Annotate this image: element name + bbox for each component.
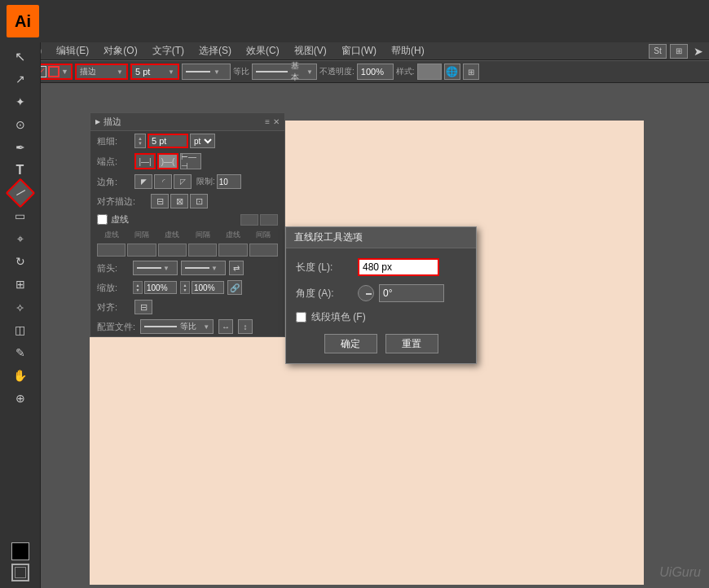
rotate-tool[interactable]: ↻ — [10, 251, 31, 272]
dashed-row: 虚线 — [90, 211, 284, 228]
angle-input[interactable] — [379, 284, 444, 302]
profile-flip-x[interactable]: ↔ — [218, 319, 233, 334]
angle-label: 角度 (A): — [296, 287, 353, 301]
profile-flip-y[interactable]: ↕ — [238, 319, 253, 334]
panel-menu-icon[interactable]: ≡ — [265, 117, 270, 126]
gap-2[interactable] — [188, 244, 217, 257]
cap-round[interactable]: )—( — [157, 153, 178, 169]
dialog-body: 长度 (L): 角度 (A): 线段填色 (F) 确定 重置 — [286, 248, 476, 363]
ratio-label: 等比 — [233, 66, 249, 77]
align2-icon[interactable]: ⊟ — [134, 300, 152, 314]
scale-x-input[interactable] — [144, 281, 177, 294]
style-color-box[interactable] — [417, 64, 442, 80]
weight-unit[interactable]: pt — [190, 134, 215, 148]
eyedropper-tool[interactable]: ✎ — [10, 342, 31, 363]
dash-inputs: 虚线 间隔 虚线 间隔 虚线 间隔 — [90, 228, 284, 242]
corner-bevel[interactable]: ◸ — [174, 174, 192, 189]
dashed-checkbox[interactable] — [97, 214, 108, 225]
align-outside[interactable]: ⊡ — [190, 194, 208, 208]
weight-row: 粗细: ▲ ▼ pt — [90, 131, 284, 151]
rectangle-tool[interactable]: ▭ — [10, 205, 31, 226]
length-input[interactable] — [358, 258, 439, 276]
arrange-icon[interactable]: ⊞ — [463, 64, 479, 80]
weight-spinner[interactable]: ▲ ▼ — [134, 134, 146, 148]
corner-round[interactable]: ◜ — [154, 174, 172, 189]
globe-icon[interactable]: 🌐 — [444, 64, 460, 80]
angle-row: 角度 (A): — [296, 284, 466, 302]
dash-1[interactable] — [97, 244, 126, 257]
align-row: 对齐描边: ⊟ ⊠ ⊡ — [90, 191, 284, 211]
scale-link[interactable]: 🔗 — [227, 280, 242, 295]
collapse-icon: ▶ — [95, 118, 100, 125]
line-segment-dialog: 直线段工具选项 长度 (L): 角度 (A): 线段填色 (F) 确定 重 — [285, 226, 477, 364]
reset-button[interactable]: 重置 — [385, 334, 438, 353]
fill-color[interactable] — [11, 542, 29, 560]
selection-tool[interactable]: ↖ — [10, 46, 31, 67]
dashed-label: 虚线 — [111, 213, 129, 226]
scale-x-spinner[interactable]: ▲▼ — [133, 281, 143, 294]
menu-effect[interactable]: 效果(C) — [240, 42, 286, 59]
profile-dropdown[interactable]: 等比 ▼ — [140, 319, 214, 334]
scale-y-spinner[interactable]: ▲▼ — [180, 281, 190, 294]
magic-wand-tool[interactable]: ✦ — [10, 91, 31, 112]
menu-window[interactable]: 窗口(W) — [335, 42, 383, 59]
angle-dial[interactable] — [358, 285, 374, 301]
stroke-color[interactable] — [11, 564, 29, 581]
gap-3[interactable] — [249, 244, 278, 257]
stroke-panel-title: 描边 — [103, 116, 121, 128]
corner-miter[interactable]: ◤ — [134, 174, 152, 189]
menu-edit[interactable]: 编辑(E) — [50, 42, 95, 59]
pen-tool[interactable]: ✒ — [10, 137, 31, 158]
fill-label: 线段填色 (F) — [311, 310, 366, 324]
blend-tool[interactable]: ⟡ — [10, 296, 31, 318]
fill-checkbox[interactable] — [296, 312, 306, 323]
arrow-start[interactable]: ▼ — [133, 261, 178, 275]
brush-tool[interactable]: ⌖ — [10, 228, 31, 249]
panel-close-icon[interactable]: ✕ — [273, 117, 280, 126]
toolbar-icon-3[interactable]: ➤ — [691, 44, 706, 59]
gradient-tool[interactable]: ◫ — [10, 319, 31, 340]
direct-selection-tool[interactable]: ↗ — [10, 68, 31, 90]
arrow-row: 箭头: ▼ ▼ ⇄ — [90, 258, 284, 278]
scale-y-input[interactable] — [192, 281, 224, 294]
cap-square[interactable]: ⊢—⊣ — [180, 153, 201, 169]
stroke-style-dropdown[interactable]: 描边 ▼ — [75, 64, 128, 80]
stroke-width-input[interactable]: 5 pt ▼ — [130, 64, 179, 80]
limit-input[interactable] — [217, 174, 241, 189]
stroke-panel-header[interactable]: ▶ 描边 ≡ ✕ — [90, 113, 284, 131]
ok-button[interactable]: 确定 — [324, 334, 377, 353]
dialog-title-text: 直线段工具选项 — [294, 230, 363, 244]
scale-row: 缩放: ▲▼ ▲▼ 🔗 — [90, 278, 284, 297]
gap-1[interactable] — [127, 244, 156, 257]
cap-row: 端点: |—| )—( ⊢—⊣ — [90, 151, 284, 172]
arrow-swap[interactable]: ⇄ — [229, 261, 244, 275]
dialog-title-bar[interactable]: 直线段工具选项 — [286, 227, 476, 248]
align-center[interactable]: ⊟ — [151, 194, 169, 208]
arrow-end[interactable]: ▼ — [181, 261, 226, 275]
opacity-input[interactable]: 100% — [357, 64, 394, 80]
line-tool[interactable]: / — [5, 178, 35, 208]
toolbar-icon-2[interactable]: ⊞ — [670, 44, 688, 59]
menu-help[interactable]: 帮助(H) — [385, 42, 431, 59]
menu-select[interactable]: 选择(S) — [192, 42, 238, 59]
scale-tool[interactable]: ⊞ — [10, 274, 31, 295]
opacity-label: 不透明度: — [319, 66, 354, 77]
dash-style-1 — [240, 214, 258, 226]
cap-butt[interactable]: |—| — [134, 153, 156, 169]
limit-label: 限制: — [196, 176, 215, 187]
title-bar: Ai — [0, 0, 709, 42]
toolbar-icon-1[interactable]: St — [649, 44, 667, 59]
line-style-dropdown[interactable]: ▼ — [182, 64, 231, 80]
weight-input[interactable] — [148, 134, 188, 148]
length-label: 长度 (L): — [296, 261, 353, 274]
lasso-tool[interactable]: ⊙ — [10, 114, 31, 135]
align-inside[interactable]: ⊠ — [170, 194, 188, 208]
dash-2[interactable] — [158, 244, 187, 257]
hand-tool[interactable]: ✋ — [10, 365, 31, 386]
base-dropdown[interactable]: 基本 ▼ — [252, 64, 317, 80]
dash-3[interactable] — [218, 244, 247, 257]
menu-type[interactable]: 文字(T) — [146, 42, 191, 59]
menu-object[interactable]: 对象(O) — [97, 42, 143, 59]
zoom-tool[interactable]: ⊕ — [10, 388, 31, 409]
menu-view[interactable]: 视图(V) — [288, 42, 333, 59]
